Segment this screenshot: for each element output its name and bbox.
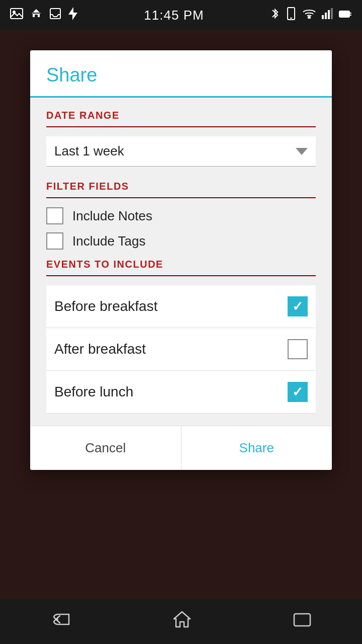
home-icon (30, 8, 42, 23)
wifi-icon (303, 9, 316, 22)
before-breakfast-row: Before breakfast (46, 285, 316, 328)
include-tags-checkbox[interactable] (46, 232, 63, 250)
date-range-section-label: DATE RANGE (46, 110, 316, 121)
filter-fields-divider (46, 197, 316, 198)
events-section: EVENTS TO INCLUDE Before breakfast After… (46, 259, 316, 414)
events-section-label: EVENTS TO INCLUDE (46, 259, 316, 270)
include-tags-row: Include Tags (46, 232, 316, 250)
share-dialog: Share DATE RANGE Last 1 week FILTER FIEL… (30, 50, 332, 470)
after-breakfast-label: After breakfast (54, 341, 146, 357)
date-range-dropdown[interactable]: Last 1 week (46, 136, 316, 167)
before-lunch-label: Before lunch (54, 384, 133, 400)
dialog-body: DATE RANGE Last 1 week FILTER FIELDS Inc… (30, 98, 332, 426)
chevron-down-icon (296, 148, 308, 155)
after-breakfast-row: After breakfast (46, 328, 316, 371)
include-notes-label: Include Notes (72, 208, 152, 224)
dialog-header: Share (30, 50, 332, 98)
svg-rect-9 (328, 10, 330, 19)
before-lunch-row: Before lunch (46, 371, 316, 414)
phone-icon (286, 7, 297, 23)
inbox-icon (49, 8, 61, 23)
date-range-value: Last 1 week (54, 143, 124, 159)
before-breakfast-label: Before breakfast (54, 298, 157, 314)
navigation-bar (0, 599, 362, 644)
battery-icon (339, 9, 352, 22)
svg-rect-16 (294, 614, 310, 626)
signal-icon (322, 8, 333, 22)
status-bar-right-icons (270, 7, 352, 23)
status-bar-left-icons (10, 7, 77, 23)
svg-marker-3 (68, 7, 77, 20)
bluetooth-icon (270, 7, 280, 23)
lightning-icon (68, 7, 77, 23)
home-nav-button[interactable] (173, 611, 191, 632)
cancel-button[interactable]: Cancel (30, 426, 182, 470)
svg-rect-8 (325, 13, 327, 19)
include-notes-checkbox[interactable] (46, 207, 63, 224)
filter-fields-section-label: FILTER FIELDS (46, 181, 316, 192)
svg-marker-15 (174, 612, 190, 627)
events-divider (46, 275, 316, 276)
recents-button[interactable] (293, 612, 311, 631)
include-notes-row: Include Notes (46, 207, 316, 224)
svg-rect-14 (340, 12, 348, 16)
svg-rect-0 (11, 9, 23, 19)
svg-point-6 (308, 17, 310, 19)
date-range-divider (46, 126, 316, 127)
share-button[interactable]: Share (182, 426, 332, 470)
status-time: 11:45 PM (144, 8, 204, 23)
before-lunch-checkbox[interactable] (288, 382, 308, 402)
before-breakfast-checkbox[interactable] (288, 296, 308, 316)
image-icon (10, 8, 23, 22)
back-button[interactable] (51, 612, 71, 631)
svg-rect-7 (322, 15, 324, 19)
after-breakfast-checkbox[interactable] (288, 339, 308, 359)
dialog-footer: Cancel Share (30, 426, 332, 470)
include-tags-label: Include Tags (72, 233, 146, 249)
svg-rect-10 (331, 8, 333, 19)
status-bar: 11:45 PM (0, 0, 362, 30)
dialog-title: Share (46, 64, 316, 96)
